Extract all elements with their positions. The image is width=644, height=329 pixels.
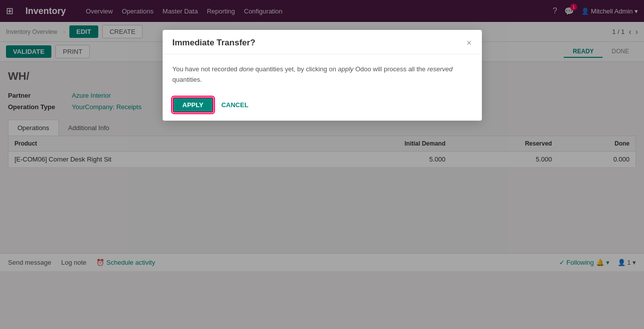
modal-body-prefix: You have not recorded — [173, 65, 239, 73]
modal-footer: APPLY CANCEL — [163, 89, 482, 121]
modal-body: You have not recorded done quantities ye… — [163, 54, 482, 89]
modal-reserved-text: reserved — [428, 65, 453, 73]
modal-done-text: done — [239, 65, 253, 73]
modal-header: Immediate Transfer? × — [163, 30, 482, 54]
modal-title: Immediate Transfer? — [173, 38, 255, 48]
modal-body-middle: quantities yet, by clicking on — [253, 65, 338, 73]
modal-overlay: Immediate Transfer? × You have not recor… — [0, 0, 644, 271]
modal-apply-text: apply — [338, 65, 353, 73]
modal-body-end: quantities. — [173, 76, 202, 83]
modal-dialog: Immediate Transfer? × You have not recor… — [163, 30, 482, 121]
cancel-button[interactable]: CANCEL — [219, 98, 250, 112]
apply-button[interactable]: APPLY — [173, 97, 214, 113]
modal-close-button[interactable]: × — [466, 38, 472, 47]
modal-body-suffix: Odoo will process all the — [354, 65, 428, 73]
